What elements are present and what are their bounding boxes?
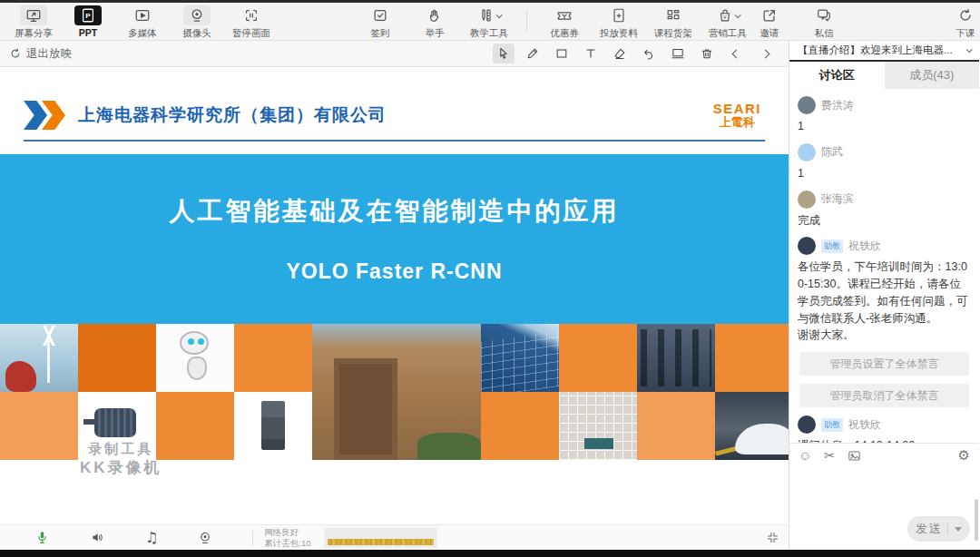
chat-message: 费洪涛1 [798,96,971,135]
invite-icon [756,5,783,25]
collage-photo-robot [156,324,234,392]
camera-button[interactable]: 摄像头 [176,3,218,40]
slide-toolbar: 退出放映 [0,41,789,67]
eraser-tool[interactable] [609,44,631,64]
presentation-slide: 上海电器科学研究所（集团）有限公司 SEARI 上電科 人工智能基础及在智能制造… [0,67,789,524]
direct-message-button[interactable]: 私信 [803,3,845,40]
image-icon[interactable] [848,449,861,463]
chevron-down-icon [966,46,973,53]
send-options-caret[interactable] [955,527,962,532]
collage-photo-electrical-equipment [637,324,715,392]
teaching-tools-icon [473,5,506,25]
live-notice-header[interactable]: 【直播介绍】欢迎来到上海电器... [789,41,979,62]
company-name: 上海电器科学研究所（集团）有限公司 [78,103,387,127]
collage-photo-institute-building [312,324,481,460]
toolbar-divider [526,10,527,33]
window-bottom-edge [0,550,980,557]
tab-members[interactable]: 成员(43) [885,62,980,89]
prev-page-button[interactable] [725,44,747,64]
music-button[interactable]: ♫ [145,529,158,546]
screenshot-scissors-icon[interactable]: ✂ [824,448,835,463]
user-name: 张海滨 [821,191,854,207]
end-class-button[interactable]: 下课 [945,3,980,40]
status-bar: ♫ 网络良好 累计丢包:10 [0,524,789,550]
collage-photo-solar-panels [481,324,559,392]
pointer-tool[interactable] [493,44,514,64]
chat-message: 张海滨完成 [798,191,971,230]
collage-photo-wind-turbine [0,324,78,392]
collage-tile-orange [559,324,637,392]
teaching-tools-button[interactable]: 教学工具 [468,3,510,40]
svg-text:P: P [85,12,91,20]
coupon-icon [551,5,578,25]
collage-photo-test-chamber [559,392,637,460]
multimedia-icon [129,5,156,25]
end-class-icon [952,5,979,25]
exit-slideshow-button[interactable]: 退出放映 [9,46,72,62]
course-shelf-button[interactable]: 课程货架 [652,3,694,40]
slide-title: 人工智能基础及在智能制造中的应用 [170,194,620,229]
camera-icon [183,5,211,25]
pause-screen-button[interactable]: 暂停画面 [230,3,272,40]
message-text: 各位学员，下午培训时间为：13:00-15:30。课程已经开始，请各位学员完成签… [798,259,971,344]
coupon-button[interactable]: 优惠券 [544,3,585,40]
chat-message: 助教祝轶欣课间休息：14:12-14:22 [798,415,971,443]
whiteboard-tool[interactable] [667,44,689,64]
invite-button[interactable]: 邀请 [749,3,790,40]
chat-message: 陈武1 [798,143,971,182]
header-rule [24,140,765,142]
send-button[interactable]: 发送 [907,516,970,542]
trash-tool[interactable] [696,44,718,64]
undo-tool[interactable] [638,44,660,64]
seari-logo: SEARI 上電科 [713,102,765,128]
collage-photo-electric-car [715,392,789,460]
assistant-badge: 助教 [821,239,843,253]
annotation-toolbar [493,44,776,64]
status-divider [252,531,253,545]
sign-in-button[interactable]: 签到 [359,3,401,40]
materials-button[interactable]: 投放资料 [598,3,640,40]
collage-photo-circuit-breaker [234,392,312,460]
scrollbar[interactable] [975,499,978,541]
message-text: 1 [798,118,971,135]
speaker-button[interactable] [90,530,105,545]
materials-icon [605,5,632,25]
tab-discussion[interactable]: 讨论区 [789,62,885,89]
avatar [798,143,816,161]
direct-message-icon [810,5,838,25]
collapse-icon[interactable] [766,531,779,544]
multimedia-button[interactable]: 多媒体 [122,3,163,40]
raise-hand-icon [421,5,448,25]
system-message: 管理员取消了全体禁言 [799,384,969,407]
screen-share-button[interactable]: 屏幕分享 [13,3,54,40]
user-name: 费洪涛 [821,98,854,113]
message-text: 1 [798,165,971,182]
assistant-badge: 助教 [821,418,843,432]
user-name: 祝轶欣 [848,417,881,433]
avatar [798,96,816,114]
pause-screen-icon [238,5,265,25]
sidebar-tabs: 讨论区 成员(43) [789,62,979,89]
gear-icon[interactable]: ⚙ [958,447,970,464]
title-banner: 人工智能基础及在智能制造中的应用 YOLO Faster R-CNN [0,154,789,324]
next-page-button[interactable] [754,44,776,64]
chat-message-list[interactable]: 费洪涛1陈武1张海滨完成助教祝轶欣各位学员，下午培训时间为：13:00-15:3… [789,89,979,443]
emoji-icon[interactable]: ☺ [799,448,811,463]
collage-tile-orange [637,392,715,460]
pen-tool[interactable] [522,44,544,64]
ppt-button[interactable]: P PPT [67,3,109,40]
top-toolbar: 屏幕分享 P PPT 多媒体 摄像头 暂停画面 [0,3,980,41]
raise-hand-button[interactable]: 举手 [414,3,456,40]
microphone-button[interactable] [34,530,50,545]
webcam-button[interactable] [198,531,212,545]
chat-message: 助教祝轶欣各位学员，下午培训时间为：13:00-15:30。课程已经开始，请各位… [798,237,971,344]
avatar [798,415,816,434]
marketing-tools-button[interactable]: ¥ 营销工具 [707,3,749,40]
send-divider [947,523,948,535]
rectangle-tool[interactable] [551,44,573,64]
system-message: 管理员设置了全体禁言 [799,352,969,376]
collage-tile-orange [481,392,559,460]
screen-share-icon [20,5,47,25]
network-status: 网络良好 累计丢包:10 [264,527,310,549]
text-tool[interactable] [580,44,602,64]
